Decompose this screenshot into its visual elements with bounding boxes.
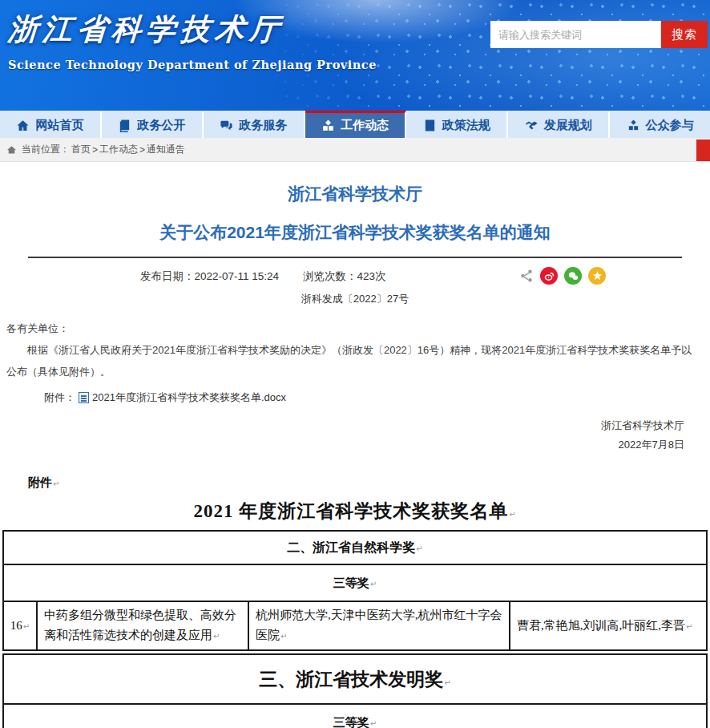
weibo-icon[interactable] bbox=[540, 267, 558, 285]
project-name-text: 中药多组分微型和绿色提取、高效分离和活性筛选技术的创建及应用 bbox=[44, 609, 236, 641]
breadcrumb-item-home[interactable]: 首页 bbox=[71, 143, 91, 156]
body-paragraph: 根据《浙江省人民政府关于2021年度浙江省科学技术奖励的决定》（浙政发〔2022… bbox=[6, 339, 702, 382]
nav-item-label: 政务服务 bbox=[239, 118, 287, 133]
page: 浙江省科学技术厅 Science Technology Department o… bbox=[0, 0, 710, 728]
breadcrumb-home-icon bbox=[6, 144, 18, 155]
grade-third-prize: 三等奖↵ bbox=[3, 704, 707, 728]
chat-icon bbox=[220, 119, 233, 132]
wechat-icon[interactable] bbox=[564, 267, 582, 285]
article-body: 各有关单位： 根据《浙江省人民政府关于2021年度浙江省科学技术奖励的决定》（浙… bbox=[0, 306, 710, 382]
handshake-icon bbox=[525, 119, 539, 132]
share-nodes-icon[interactable] bbox=[519, 269, 534, 283]
nav-item-work-news[interactable]: 工作动态 bbox=[305, 111, 407, 138]
breadcrumb: 当前位置： 首页 > 工作动态 > 通知通告 bbox=[0, 138, 710, 162]
nav-item-policies[interactable]: 政策法规 bbox=[406, 111, 508, 138]
article-meta-row: 发布日期：2022-07-11 15:24 浏览次数：423次 bbox=[0, 263, 710, 290]
nav-item-label: 政务公开 bbox=[137, 118, 185, 133]
nav-item-label: 政策法规 bbox=[442, 118, 490, 133]
site-logo: 浙江省科学技术厅 Science Technology Department o… bbox=[8, 10, 377, 71]
search-button[interactable]: 搜索 bbox=[661, 21, 708, 48]
policy-icon bbox=[423, 119, 437, 132]
award-list-title-text: 2021 年度浙江省科学技术奖获奖名单 bbox=[193, 501, 508, 521]
nav-item-gov-services[interactable]: 政务服务 bbox=[204, 111, 305, 138]
pilcrow-mark: ↵ bbox=[416, 544, 422, 553]
article: 浙江省科学技术厅 关于公布2021年度浙江省科学技术奖获奖名单的通知 发布日期：… bbox=[0, 162, 710, 728]
section-heading-text: 二、浙江省自然科学奖 bbox=[287, 540, 415, 554]
word-file-icon bbox=[79, 392, 89, 403]
awardees-text: 曹君,常艳旭,刘训高,叶丽红,李晋 bbox=[517, 619, 685, 632]
view-count: 浏览次数：423次 bbox=[303, 269, 386, 284]
salutation: 各有关单位： bbox=[6, 317, 702, 339]
breadcrumb-prefix: 当前位置： bbox=[22, 143, 70, 156]
appendix-label-text: 附件 bbox=[28, 475, 52, 489]
document-icon bbox=[118, 119, 131, 132]
attachment-link[interactable]: 2021年度浙江省科学技术奖获奖名单.docx bbox=[79, 390, 286, 405]
award-table-natural-science: 二、浙江省自然科学奖↵ 三等奖↵ 16↵ 中药多组分微型和绿色提取、高效分离和活… bbox=[2, 530, 708, 651]
site-logo-subtitle: Science Technology Department of Zhejian… bbox=[8, 58, 377, 71]
pilcrow-mark: ↵ bbox=[509, 510, 516, 519]
nav-item-label: 发展规划 bbox=[544, 118, 592, 133]
nav-item-public-participation[interactable]: 公众参与 bbox=[610, 111, 710, 138]
breadcrumb-item-notices[interactable]: 通知通告 bbox=[147, 143, 185, 156]
nav-item-label: 公众参与 bbox=[646, 118, 694, 133]
signature-org: 浙江省科学技术厅 bbox=[0, 416, 684, 435]
breadcrumb-separator: > bbox=[92, 144, 98, 156]
site-header: 浙江省科学技术厅 Science Technology Department o… bbox=[0, 0, 710, 111]
table-row: 16↵ 中药多组分微型和绿色提取、高效分离和活性筛选技术的创建及应用↵ 杭州师范… bbox=[3, 601, 707, 650]
site-logo-title: 浙江省科学技术厅 bbox=[6, 10, 377, 50]
nav-item-development-plan[interactable]: 发展规划 bbox=[508, 111, 610, 138]
cell-organizations: 杭州师范大学,天津中医药大学,杭州市红十字会医院↵ bbox=[248, 601, 510, 650]
home-icon bbox=[16, 119, 30, 132]
grade-text: 三等奖 bbox=[333, 576, 369, 589]
title-divider bbox=[28, 257, 682, 258]
section-header-row: 二、浙江省自然科学奖↵ bbox=[3, 531, 707, 564]
pilcrow-mark: ↵ bbox=[370, 719, 377, 728]
pilcrow-mark: ↵ bbox=[686, 622, 692, 631]
pilcrow-mark: ↵ bbox=[213, 632, 220, 641]
breadcrumb-red-block bbox=[696, 140, 710, 161]
attachment-filename: 2021年度浙江省科学技术奖获奖名单.docx bbox=[92, 390, 286, 405]
section-heading-technical-invention: 三、浙江省技术发明奖↵ bbox=[3, 654, 707, 704]
share-icons-group bbox=[519, 267, 606, 285]
article-title-line2: 关于公布2021年度浙江省科学技术奖获奖名单的通知 bbox=[0, 205, 710, 244]
grade-third-prize: 三等奖↵ bbox=[3, 564, 707, 601]
appendix-label: 附件↵ bbox=[28, 475, 710, 491]
publish-date: 发布日期：2022-07-11 15:24 bbox=[140, 269, 279, 284]
main-nav: 网站首页 政务公开 政务服务 工作动态 政策法规 bbox=[0, 111, 710, 138]
breadcrumb-item-work-news[interactable]: 工作动态 bbox=[99, 143, 138, 156]
search-box: 搜索 bbox=[490, 21, 708, 48]
signature-date: 2022年7月8日 bbox=[0, 435, 684, 455]
attachment-row: 附件： 2021年度浙江省科学技术奖获奖名单.docx bbox=[0, 382, 710, 405]
breadcrumb-separator: > bbox=[139, 144, 145, 156]
document-number: 浙科发成〔2022〕27号 bbox=[0, 292, 710, 306]
pilcrow-mark: ↵ bbox=[53, 479, 59, 488]
organizations-text: 杭州师范大学,天津中医药大学,杭州市红十字会医院 bbox=[256, 609, 502, 641]
attachment-label: 附件： bbox=[44, 390, 75, 405]
participation-icon bbox=[627, 119, 640, 132]
signature-block: 浙江省科学技术厅 2022年7月8日 bbox=[0, 416, 710, 455]
serial-number-text: 16 bbox=[10, 619, 22, 632]
pilcrow-mark: ↵ bbox=[444, 678, 450, 687]
cell-serial-number: 16↵ bbox=[3, 601, 37, 650]
section-header-row: 三、浙江省技术发明奖↵ bbox=[3, 654, 707, 704]
grade-text: 三等奖 bbox=[333, 716, 369, 728]
search-input[interactable] bbox=[490, 21, 661, 48]
section-heading-natural-science: 二、浙江省自然科学奖↵ bbox=[3, 531, 707, 564]
grade-row: 三等奖↵ bbox=[3, 564, 707, 601]
pilcrow-mark: ↵ bbox=[370, 580, 377, 588]
nav-item-label: 工作动态 bbox=[341, 118, 389, 133]
award-list-title: 2021 年度浙江省科学技术奖获奖名单↵ bbox=[0, 499, 710, 524]
cell-awardees: 曹君,常艳旭,刘训高,叶丽红,李晋↵ bbox=[510, 601, 707, 650]
nav-item-label: 网站首页 bbox=[35, 118, 83, 133]
award-table-technical-invention: 三、浙江省技术发明奖↵ 三等奖↵ 6↵ 抗流感药物奥司他韦中间体合成及其关键催化… bbox=[2, 653, 708, 728]
blocks-icon bbox=[321, 119, 335, 132]
cell-project-name: 中药多组分微型和绿色提取、高效分离和活性筛选技术的创建及应用↵ bbox=[37, 601, 248, 650]
article-title-line1: 浙江省科学技术厅 bbox=[0, 162, 710, 205]
nav-item-gov-disclosure[interactable]: 政务公开 bbox=[102, 111, 204, 138]
nav-item-home[interactable]: 网站首页 bbox=[0, 111, 102, 138]
pilcrow-mark: ↵ bbox=[23, 622, 30, 631]
pilcrow-mark: ↵ bbox=[280, 632, 287, 641]
qzone-icon[interactable] bbox=[588, 267, 606, 285]
section-heading-text: 三、浙江省技术发明奖 bbox=[259, 669, 443, 690]
grade-row: 三等奖↵ bbox=[3, 704, 707, 728]
